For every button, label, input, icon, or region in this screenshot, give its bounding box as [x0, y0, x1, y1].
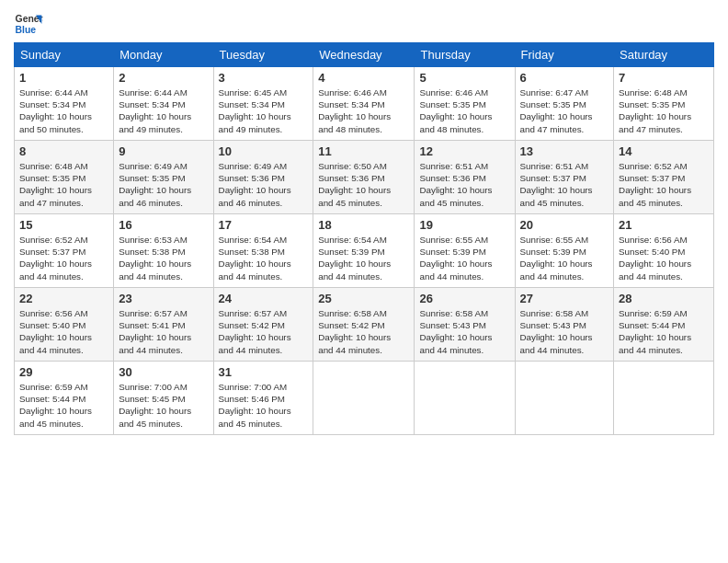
day-info: Sunrise: 6:58 AM Sunset: 5:43 PM Dayligh…	[520, 307, 609, 356]
calendar-day-cell: 9Sunrise: 6:49 AM Sunset: 5:35 PM Daylig…	[114, 141, 213, 214]
calendar-day-cell: 17Sunrise: 6:54 AM Sunset: 5:38 PM Dayli…	[213, 214, 313, 288]
day-info: Sunrise: 6:55 AM Sunset: 5:39 PM Dayligh…	[520, 234, 609, 282]
calendar-header-cell: Sunday	[15, 43, 114, 67]
calendar-header-row: SundayMondayTuesdayWednesdayThursdayFrid…	[15, 43, 714, 67]
day-number: 24	[219, 292, 309, 305]
day-number: 27	[520, 292, 609, 305]
calendar-week-row: 29Sunrise: 6:59 AM Sunset: 5:44 PM Dayli…	[15, 362, 714, 435]
day-info: Sunrise: 6:54 AM Sunset: 5:38 PM Dayligh…	[219, 234, 309, 282]
day-info: Sunrise: 6:50 AM Sunset: 5:36 PM Dayligh…	[318, 160, 409, 209]
calendar-day-cell: 2Sunrise: 6:44 AM Sunset: 5:34 PM Daylig…	[114, 67, 213, 141]
calendar-day-cell: 6Sunrise: 6:47 AM Sunset: 5:35 PM Daylig…	[515, 67, 614, 141]
day-info: Sunrise: 6:46 AM Sunset: 5:35 PM Dayligh…	[419, 86, 509, 135]
day-number: 7	[619, 71, 709, 85]
page-container: General Blue SundayMondayTuesdayWednesda…	[0, 0, 728, 440]
day-number: 1	[19, 71, 108, 85]
calendar-day-cell: 7Sunrise: 6:48 AM Sunset: 5:35 PM Daylig…	[614, 67, 714, 141]
calendar-day-cell: 12Sunrise: 6:51 AM Sunset: 5:36 PM Dayli…	[415, 141, 515, 214]
day-number: 18	[318, 218, 409, 232]
day-number: 19	[419, 218, 509, 232]
calendar-day-cell: 15Sunrise: 6:52 AM Sunset: 5:37 PM Dayli…	[15, 214, 114, 288]
day-info: Sunrise: 6:46 AM Sunset: 5:34 PM Dayligh…	[318, 86, 409, 135]
calendar-day-cell: 19Sunrise: 6:55 AM Sunset: 5:39 PM Dayli…	[415, 214, 515, 288]
calendar-body: 1Sunrise: 6:44 AM Sunset: 5:34 PM Daylig…	[15, 67, 714, 435]
calendar-day-cell: 3Sunrise: 6:45 AM Sunset: 5:34 PM Daylig…	[213, 67, 313, 141]
day-number: 30	[119, 365, 208, 379]
calendar-week-row: 15Sunrise: 6:52 AM Sunset: 5:37 PM Dayli…	[15, 214, 714, 288]
day-info: Sunrise: 6:59 AM Sunset: 5:44 PM Dayligh…	[619, 307, 709, 356]
day-info: Sunrise: 6:57 AM Sunset: 5:42 PM Dayligh…	[219, 307, 309, 356]
day-info: Sunrise: 6:44 AM Sunset: 5:34 PM Dayligh…	[19, 86, 108, 135]
calendar-day-cell: 22Sunrise: 6:56 AM Sunset: 5:40 PM Dayli…	[15, 288, 114, 362]
calendar-day-cell: 26Sunrise: 6:58 AM Sunset: 5:43 PM Dayli…	[415, 288, 515, 362]
calendar-header-cell: Tuesday	[213, 43, 313, 67]
calendar-day-cell: 16Sunrise: 6:53 AM Sunset: 5:38 PM Dayli…	[114, 214, 213, 288]
day-info: Sunrise: 6:48 AM Sunset: 5:35 PM Dayligh…	[19, 160, 108, 209]
day-info: Sunrise: 6:54 AM Sunset: 5:39 PM Dayligh…	[318, 234, 409, 282]
day-number: 13	[520, 144, 609, 158]
calendar-day-cell: 21Sunrise: 6:56 AM Sunset: 5:40 PM Dayli…	[614, 214, 714, 288]
calendar-header-cell: Wednesday	[313, 43, 415, 67]
day-info: Sunrise: 6:58 AM Sunset: 5:43 PM Dayligh…	[419, 307, 509, 356]
calendar-day-cell: 18Sunrise: 6:54 AM Sunset: 5:39 PM Dayli…	[313, 214, 415, 288]
day-info: Sunrise: 6:45 AM Sunset: 5:34 PM Dayligh…	[219, 86, 309, 135]
calendar-day-cell: 14Sunrise: 6:52 AM Sunset: 5:37 PM Dayli…	[614, 141, 714, 214]
calendar-day-cell	[415, 362, 515, 435]
calendar-day-cell	[614, 362, 714, 435]
day-info: Sunrise: 6:49 AM Sunset: 5:36 PM Dayligh…	[219, 160, 309, 209]
calendar-day-cell: 25Sunrise: 6:58 AM Sunset: 5:42 PM Dayli…	[313, 288, 415, 362]
day-info: Sunrise: 6:55 AM Sunset: 5:39 PM Dayligh…	[419, 234, 509, 282]
day-info: Sunrise: 6:53 AM Sunset: 5:38 PM Dayligh…	[119, 234, 208, 282]
calendar-week-row: 8Sunrise: 6:48 AM Sunset: 5:35 PM Daylig…	[15, 141, 714, 214]
calendar-day-cell: 30Sunrise: 7:00 AM Sunset: 5:45 PM Dayli…	[114, 362, 213, 435]
day-info: Sunrise: 6:49 AM Sunset: 5:35 PM Dayligh…	[119, 160, 208, 209]
calendar-week-row: 22Sunrise: 6:56 AM Sunset: 5:40 PM Dayli…	[15, 288, 714, 362]
day-number: 11	[318, 144, 409, 158]
calendar-header-cell: Friday	[515, 43, 614, 67]
day-info: Sunrise: 6:47 AM Sunset: 5:35 PM Dayligh…	[520, 86, 609, 135]
calendar-day-cell: 1Sunrise: 6:44 AM Sunset: 5:34 PM Daylig…	[15, 67, 114, 141]
calendar-day-cell: 4Sunrise: 6:46 AM Sunset: 5:34 PM Daylig…	[313, 67, 415, 141]
calendar-header-cell: Thursday	[415, 43, 515, 67]
calendar-day-cell: 29Sunrise: 6:59 AM Sunset: 5:44 PM Dayli…	[15, 362, 114, 435]
calendar-day-cell	[515, 362, 614, 435]
calendar-day-cell	[313, 362, 415, 435]
calendar-table: SundayMondayTuesdayWednesdayThursdayFrid…	[14, 42, 714, 435]
calendar-day-cell: 10Sunrise: 6:49 AM Sunset: 5:36 PM Dayli…	[213, 141, 313, 214]
day-number: 2	[119, 71, 208, 85]
svg-text:Blue: Blue	[16, 25, 37, 35]
day-number: 16	[119, 218, 208, 232]
calendar-day-cell: 13Sunrise: 6:51 AM Sunset: 5:37 PM Dayli…	[515, 141, 614, 214]
calendar-header-cell: Monday	[114, 43, 213, 67]
day-number: 28	[619, 292, 709, 305]
day-number: 6	[520, 71, 609, 85]
day-number: 21	[619, 218, 709, 232]
calendar-day-cell: 11Sunrise: 6:50 AM Sunset: 5:36 PM Dayli…	[313, 141, 415, 214]
day-info: Sunrise: 6:59 AM Sunset: 5:44 PM Dayligh…	[19, 381, 108, 430]
calendar-day-cell: 31Sunrise: 7:00 AM Sunset: 5:46 PM Dayli…	[213, 362, 313, 435]
calendar-day-cell: 24Sunrise: 6:57 AM Sunset: 5:42 PM Dayli…	[213, 288, 313, 362]
day-info: Sunrise: 7:00 AM Sunset: 5:45 PM Dayligh…	[119, 381, 208, 430]
calendar-header-cell: Saturday	[614, 43, 714, 67]
calendar-day-cell: 5Sunrise: 6:46 AM Sunset: 5:35 PM Daylig…	[415, 67, 515, 141]
day-number: 15	[19, 218, 108, 232]
day-number: 10	[219, 144, 309, 158]
day-info: Sunrise: 6:52 AM Sunset: 5:37 PM Dayligh…	[619, 160, 709, 209]
calendar-day-cell: 28Sunrise: 6:59 AM Sunset: 5:44 PM Dayli…	[614, 288, 714, 362]
day-info: Sunrise: 6:56 AM Sunset: 5:40 PM Dayligh…	[19, 307, 108, 356]
day-info: Sunrise: 6:51 AM Sunset: 5:36 PM Dayligh…	[419, 160, 509, 209]
day-info: Sunrise: 7:00 AM Sunset: 5:46 PM Dayligh…	[219, 381, 309, 430]
day-number: 25	[318, 292, 409, 305]
day-number: 17	[219, 218, 309, 232]
logo: General Blue	[14, 9, 43, 39]
day-number: 29	[19, 365, 108, 379]
calendar-day-cell: 8Sunrise: 6:48 AM Sunset: 5:35 PM Daylig…	[15, 141, 114, 214]
day-info: Sunrise: 6:58 AM Sunset: 5:42 PM Dayligh…	[318, 307, 409, 356]
calendar-day-cell: 23Sunrise: 6:57 AM Sunset: 5:41 PM Dayli…	[114, 288, 213, 362]
day-info: Sunrise: 6:52 AM Sunset: 5:37 PM Dayligh…	[19, 234, 108, 282]
calendar-day-cell: 20Sunrise: 6:55 AM Sunset: 5:39 PM Dayli…	[515, 214, 614, 288]
day-number: 3	[219, 71, 309, 85]
day-info: Sunrise: 6:56 AM Sunset: 5:40 PM Dayligh…	[619, 234, 709, 282]
calendar-day-cell: 27Sunrise: 6:58 AM Sunset: 5:43 PM Dayli…	[515, 288, 614, 362]
day-number: 23	[119, 292, 208, 305]
